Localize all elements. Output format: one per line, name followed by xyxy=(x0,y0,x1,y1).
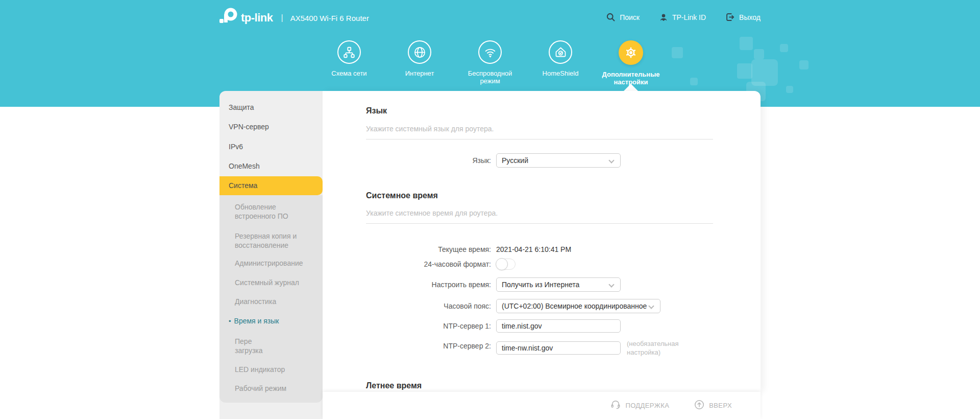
subitem-label: Время и язык xyxy=(234,317,279,325)
header-actions: Поиск TP-Link ID Выход xyxy=(606,12,761,22)
current-time-row: Текущее время: 2021-04-21 6:10:41 PM xyxy=(323,242,761,257)
sidebar-item-vpn-server[interactable]: VPN-сервер xyxy=(219,117,323,136)
sidebar-item-onemesh[interactable]: OneMesh xyxy=(219,156,323,176)
search-icon xyxy=(606,12,616,22)
set-time-select-value: Получить из Интернета xyxy=(502,281,579,289)
footer-bar: ПОДДЕРЖКА ВВЕРХ xyxy=(323,392,761,419)
support-label: ПОДДЕРЖКА xyxy=(625,402,669,409)
24h-format-toggle[interactable] xyxy=(496,259,516,270)
ntp1-label: NTP-сервер 1: xyxy=(323,322,491,330)
ntp1-row: NTP-сервер 1: xyxy=(323,319,761,333)
ntp2-label: NTP-сервер 2: xyxy=(323,339,491,353)
nav-item-advanced-settings[interactable]: Дополнительные настройки xyxy=(599,40,663,86)
decor-square xyxy=(672,47,683,58)
nav-item-homeshield[interactable]: HomeShield xyxy=(529,40,592,77)
header-separator: | xyxy=(281,13,283,22)
sidebar-subitem-time-language[interactable]: •Время и язык xyxy=(219,316,316,326)
decor-square xyxy=(786,86,793,93)
language-row: Язык: Русский xyxy=(323,153,761,168)
sidebar-subitem-reboot[interactable]: Пере загрузка xyxy=(219,337,276,355)
wifi-icon xyxy=(478,40,502,64)
ntp2-optional-note: (необязательная настройка) xyxy=(627,339,687,357)
arrow-up-circle-icon xyxy=(694,399,705,412)
language-select[interactable]: Русский xyxy=(496,153,621,168)
divider xyxy=(366,223,713,224)
timezone-row: Часовой пояс: (UTC+02:00) Всемирное коор… xyxy=(323,299,761,313)
nav-label: Беспроводной режим xyxy=(458,69,522,85)
nav-label: HomeShield xyxy=(529,69,592,77)
ntp-server-1-input[interactable] xyxy=(496,319,621,333)
chevron-down-icon xyxy=(648,303,654,309)
nav-item-network-map[interactable]: Схема сети xyxy=(317,40,381,77)
sidebar-item-system[interactable]: Система xyxy=(219,176,323,195)
user-icon xyxy=(659,13,668,22)
sidebar-subitem-led-indicator[interactable]: LED индикатор xyxy=(219,365,316,374)
tplink-id-button[interactable]: TP-Link ID xyxy=(659,13,706,22)
globe-icon xyxy=(408,40,431,64)
logout-icon xyxy=(725,12,735,22)
gear-icon xyxy=(619,40,643,65)
decor-square xyxy=(754,49,764,59)
back-to-top-label: ВВЕРХ xyxy=(709,402,732,409)
current-time-label: Текущее время: xyxy=(323,245,491,253)
main-content: Язык Укажите системный язык для роутера.… xyxy=(323,91,761,392)
chevron-down-icon xyxy=(608,157,614,163)
sidebar-item-security[interactable]: Защита xyxy=(219,98,323,117)
sidebar-subitem-backup-restore[interactable]: Резервная копия и восстановление xyxy=(219,231,316,250)
sidebar-subitem-administration[interactable]: Администрирование xyxy=(219,259,316,268)
logout-button[interactable]: Выход xyxy=(725,12,761,22)
system-time-section-title: Системное время xyxy=(366,191,438,200)
divider xyxy=(366,139,713,139)
format24-row: 24-часовой формат: xyxy=(323,258,761,270)
set-time-select[interactable]: Получить из Интернета xyxy=(496,277,621,292)
decor-square xyxy=(740,37,753,50)
nav-label: Интернет xyxy=(388,69,451,77)
nav-item-wireless[interactable]: Беспроводной режим xyxy=(458,40,522,85)
nav-label: Схема сети xyxy=(317,69,381,77)
support-button[interactable]: ПОДДЕРЖКА xyxy=(610,399,669,412)
search-label: Поиск xyxy=(620,13,640,21)
format24-label: 24-часовой формат: xyxy=(323,260,491,268)
system-time-section-subtitle: Укажите системное время для роутера. xyxy=(366,209,498,217)
decor-square xyxy=(690,78,698,85)
timezone-label: Часовой пояс: xyxy=(323,302,491,310)
ntp2-row: NTP-сервер 2: (необязательная настройка) xyxy=(323,339,761,353)
timezone-select[interactable]: (UTC+02:00) Всемирное координированное xyxy=(496,299,660,313)
sidebar-subitem-diagnostics[interactable]: Диагностика xyxy=(219,297,316,306)
tplink-logo-icon xyxy=(218,7,238,29)
router-model-name: AX5400 Wi-Fi 6 Router xyxy=(290,14,369,22)
current-time-value: 2021-04-21 6:10:41 PM xyxy=(496,245,571,253)
ntp-server-2-input[interactable] xyxy=(496,341,621,355)
sidebar: Защита VPN-сервер IPv6 OneMesh Система О… xyxy=(219,91,323,419)
decor-square xyxy=(799,60,808,69)
decor-square xyxy=(780,44,788,52)
nav-item-internet[interactable]: Интернет xyxy=(388,40,451,77)
decor-square xyxy=(737,63,752,79)
logout-label: Выход xyxy=(739,13,761,21)
active-nav-pointer xyxy=(623,84,639,91)
tplink-logo: tp-link | AX5400 Wi-Fi 6 Router xyxy=(218,7,369,29)
home-shield-icon xyxy=(549,40,572,64)
language-section-title: Язык xyxy=(366,106,387,115)
language-select-value: Русский xyxy=(502,156,528,165)
sidebar-item-ipv6[interactable]: IPv6 xyxy=(219,137,323,156)
system-submenu: Обновление встроенного ПО Резервная копи… xyxy=(219,195,323,403)
language-section-subtitle: Укажите системный язык для роутера. xyxy=(366,125,494,133)
back-to-top-button[interactable]: ВВЕРХ xyxy=(694,399,732,412)
search-button[interactable]: Поиск xyxy=(606,12,640,22)
brand-name: tp-link xyxy=(241,11,273,25)
network-map-icon xyxy=(337,40,361,64)
timezone-select-value: (UTC+02:00) Всемирное координированное xyxy=(502,302,647,310)
tplink-id-label: TP-Link ID xyxy=(672,13,706,21)
chevron-down-icon xyxy=(608,282,614,287)
headset-icon xyxy=(610,399,621,412)
dst-section-title: Летнее время xyxy=(366,381,422,390)
sidebar-subitem-operation-mode[interactable]: Рабочий режим xyxy=(219,384,316,393)
set-time-label: Настроить время: xyxy=(323,281,491,289)
active-bullet: • xyxy=(229,317,231,325)
sidebar-subitem-firmware-upgrade[interactable]: Обновление встроенного ПО xyxy=(219,202,316,221)
toggle-knob xyxy=(496,258,508,270)
set-time-row: Настроить время: Получить из Интернета xyxy=(323,277,761,292)
language-label: Язык: xyxy=(323,156,491,165)
sidebar-subitem-system-log[interactable]: Системный журнал xyxy=(219,278,316,287)
